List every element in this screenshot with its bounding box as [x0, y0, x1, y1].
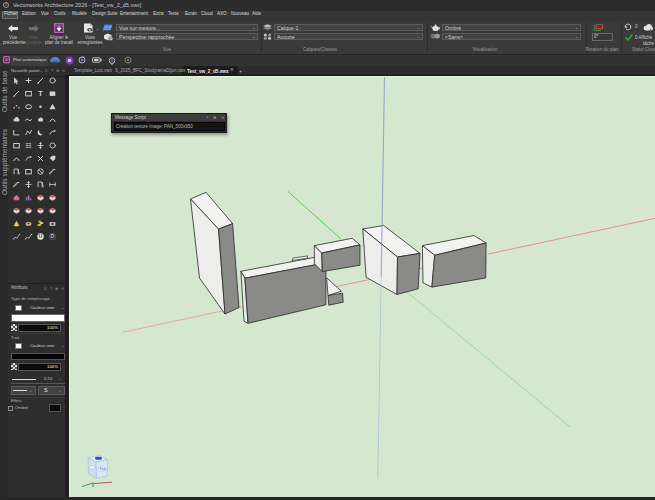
svg-text:D: D — [51, 234, 55, 240]
svg-text:U: U — [39, 234, 43, 240]
svg-text:T: T — [38, 89, 43, 98]
svg-text:Face: Face — [100, 467, 106, 471]
